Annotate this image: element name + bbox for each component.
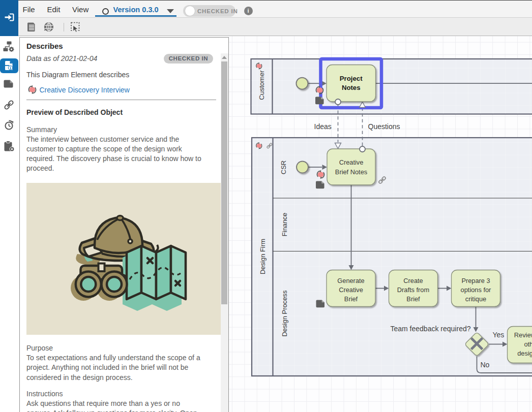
svg-text:Create: Create (403, 277, 423, 284)
svg-text:Team feedback required?: Team feedback required? (391, 325, 471, 333)
svg-text:Project: Project (340, 75, 363, 82)
svg-text:No: No (481, 361, 490, 369)
svg-text:Review with: Review with (514, 331, 532, 339)
svg-text:Notes: Notes (342, 84, 361, 91)
svg-text:Generate: Generate (337, 277, 364, 284)
svg-text:Design Process: Design Process (281, 290, 288, 337)
svg-text:Customer: Customer (258, 70, 265, 100)
svg-text:Design Firm: Design Firm (259, 239, 267, 274)
svg-text:Creative: Creative (339, 286, 363, 294)
svg-text:designers: designers (517, 350, 532, 357)
svg-text:Finance: Finance (281, 213, 288, 236)
svg-text:Creative: Creative (339, 159, 364, 166)
svg-text:CSR: CSR (280, 161, 287, 174)
svg-text:critique: critique (465, 295, 486, 303)
svg-text:Yes: Yes (493, 331, 505, 339)
svg-text:Brief: Brief (344, 295, 358, 303)
svg-text:Brief Notes: Brief Notes (335, 168, 367, 176)
svg-text:Brief: Brief (406, 295, 420, 303)
svg-text:Prepare 3: Prepare 3 (461, 277, 490, 284)
svg-text:Drafts from: Drafts from (397, 286, 429, 294)
svg-text:Questions: Questions (368, 122, 400, 131)
svg-text:options for: options for (461, 286, 491, 294)
svg-text:Ideas: Ideas (314, 122, 332, 131)
svg-text:other: other (524, 340, 532, 348)
